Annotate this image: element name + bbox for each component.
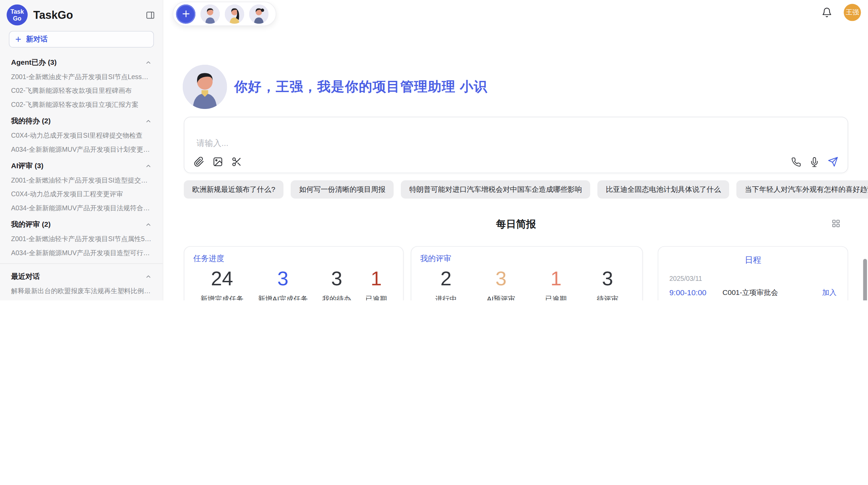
logo-text-1: Task <box>10 8 24 15</box>
stat-card-title: 我的评审 <box>420 254 634 264</box>
stat-value: 2 <box>435 266 457 291</box>
logo-text-2: Go <box>13 15 22 22</box>
stat-value: 1 <box>545 266 567 291</box>
stat-cell: 3我的待办 <box>322 266 351 300</box>
add-agent-button[interactable] <box>176 4 196 24</box>
stat-cell: 2进行中 <box>435 266 457 300</box>
scissors-icon[interactable] <box>231 157 242 167</box>
sidebar-task-item[interactable]: A034-全新新能源MUV产品开发项目造型可行性评审 <box>0 246 163 260</box>
chat-input[interactable] <box>195 137 696 155</box>
event-time: 9:00-10:00 <box>670 288 723 297</box>
sidebar-section-header-3[interactable]: 我的评审 (2) <box>0 215 163 232</box>
image-icon[interactable] <box>213 157 223 167</box>
attachment-icon[interactable] <box>194 157 204 167</box>
stat-value: 3 <box>597 266 618 291</box>
chevron-up-icon <box>145 118 152 124</box>
left-column: 任务进度24新增完成任务3新增AI完成任务3我的待办1已逾期我的评审2进行中3A… <box>184 246 643 300</box>
stat-value: 1 <box>365 266 387 291</box>
hero: 你好，王强，我是你的项目管理助理 小识 <box>183 65 487 109</box>
suggestion-chip[interactable]: 如何写一份清晰的项目周报 <box>291 180 394 198</box>
sidebar-task-item[interactable]: C0X4-动力总成开发项目工程变更评审 <box>0 187 163 201</box>
stat-label: 已逾期 <box>545 294 567 300</box>
sidebar-task-item[interactable]: A034-全新新能源MUV产品开发项目计划变更表编写 <box>0 143 163 157</box>
section-title: 我的评审 (2) <box>11 220 50 229</box>
schedule-card: 日程 2025/03/119:00-10:00C001-立项审批会加入2025/… <box>658 246 848 300</box>
input-toolbar-left <box>194 157 242 167</box>
sidebar-section-header-0[interactable]: Agent已办 (3) <box>0 53 163 70</box>
microphone-icon[interactable] <box>809 157 819 167</box>
stat-value: 24 <box>201 266 244 291</box>
sidebar-recent-item[interactable]: C02-飞腾新能源轻客改款项目的闭环通告反馈情况 <box>0 298 163 300</box>
stat-value: 3 <box>487 266 515 291</box>
stat-card: 任务进度24新增完成任务3新增AI完成任务3我的待办1已逾期 <box>184 246 403 300</box>
agent-switcher <box>173 2 276 26</box>
stat-label: 我的待办 <box>322 294 351 300</box>
stats-row: 任务进度24新增完成任务3新增AI完成任务3我的待办1已逾期我的评审2进行中3A… <box>184 246 643 300</box>
collapse-sidebar-icon[interactable] <box>146 10 155 20</box>
sidebar-header: Task Go TaskGo <box>0 0 163 28</box>
section-title: 最近对话 <box>11 272 40 282</box>
input-toolbar-right <box>791 157 838 167</box>
event-name: C001-立项审批会 <box>723 288 822 298</box>
stat-card-title: 任务进度 <box>193 254 394 264</box>
join-event-link[interactable]: 加入 <box>822 288 836 298</box>
stat-cell: 3新增AI完成任务 <box>258 266 308 300</box>
briefing-header: 每日简报 <box>184 217 848 231</box>
sidebar-section-header-recent[interactable]: 最近对话 <box>0 267 163 284</box>
schedule-event: 2025/03/119:00-10:00C001-立项审批会加入 <box>670 270 837 300</box>
section-title: AI评审 (3) <box>11 161 43 171</box>
chevron-up-icon <box>145 59 152 66</box>
stat-cells: 2进行中3AI预评审1已逾期3待评审 <box>420 266 634 300</box>
app-window: Task Go TaskGo 新对话 Agent已办 (3)Z001-全新燃油皮… <box>0 0 868 300</box>
sidebar-task-item[interactable]: Z001-全新燃油轻卡产品开发项目SI造型提交物评审 <box>0 174 163 187</box>
stat-cell: 3AI预评审 <box>487 266 515 300</box>
stat-cells: 24新增完成任务3新增AI完成任务3我的待办1已逾期 <box>193 266 394 300</box>
sidebar-recent-item[interactable]: 解释最新出台的欧盟报废车法规再生塑料比例被调到15%... <box>0 284 163 298</box>
sidebar-task-item[interactable]: Z001-全新燃油皮卡产品开发项目SI节点Lesson Learn报告 <box>0 70 163 84</box>
stat-label: 待评审 <box>597 294 618 300</box>
right-column: 日程 2025/03/119:00-10:00C001-立项审批会加入2025/… <box>658 246 848 300</box>
suggestion-chip[interactable]: 欧洲新规最近颁布了什么? <box>184 180 284 198</box>
chevron-up-icon <box>145 163 152 169</box>
stat-cell: 24新增完成任务 <box>201 266 244 300</box>
sidebar-task-item[interactable]: A034-全新新能源MUV产品开发项目法规符合性评审 <box>0 201 163 215</box>
sidebar-task-item[interactable]: Z001-全新燃油轻卡产品开发项目SI节点属性5D文件评审 <box>0 232 163 246</box>
suggestion-chip[interactable]: 特朗普可能对进口汽车增税会对中国车企造成哪些影响 <box>401 180 590 198</box>
agent-avatar-3[interactable] <box>249 4 269 24</box>
briefing-title: 每日简报 <box>184 217 848 231</box>
notification-bell-icon[interactable] <box>822 7 832 18</box>
new-chat-button[interactable]: 新对话 <box>9 31 154 47</box>
stat-label: 新增AI完成任务 <box>258 294 308 300</box>
sidebar-section-header-1[interactable]: 我的待办 (2) <box>0 112 163 129</box>
agent-avatar-2[interactable] <box>225 4 244 24</box>
section-title: Agent已办 (3) <box>11 58 57 67</box>
stat-label: 新增完成任务 <box>201 294 244 300</box>
sidebar: Task Go TaskGo 新对话 Agent已办 (3)Z001-全新燃油皮… <box>0 0 163 300</box>
sidebar-task-item[interactable]: C0X4-动力总成开发项目SI里程碑提交物检查 <box>0 129 163 142</box>
user-avatar[interactable]: 王强 <box>844 4 861 21</box>
suggestion-chip[interactable]: 比亚迪全固态电池计划具体说了什么 <box>598 180 729 198</box>
vertical-scrollbar[interactable] <box>863 259 867 300</box>
chat-input-card <box>184 117 848 173</box>
event-row: 9:00-10:00C001-立项审批会加入 <box>670 288 837 298</box>
sidebar-task-item[interactable]: C02-飞腾新能源轻客改款项目里程碑画布 <box>0 84 163 98</box>
sidebar-task-item[interactable]: C02-飞腾新能源轻客改款项目立项汇报方案 <box>0 98 163 112</box>
sidebar-section-header-2[interactable]: AI评审 (3) <box>0 157 163 174</box>
agent-avatar-1[interactable] <box>201 4 220 24</box>
event-date: 2025/03/11 <box>670 275 837 283</box>
suggestion-chips: 欧洲新规最近颁布了什么?如何写一份清晰的项目周报特朗普可能对进口汽车增税会对中国… <box>184 180 851 198</box>
divider <box>0 263 163 264</box>
grid-layout-icon[interactable] <box>832 219 841 230</box>
plus-icon <box>15 36 22 42</box>
stat-label: 已逾期 <box>365 294 387 300</box>
stat-label: 进行中 <box>435 294 457 300</box>
send-icon[interactable] <box>828 157 838 167</box>
phone-icon[interactable] <box>791 157 801 167</box>
sidebar-body: Agent已办 (3)Z001-全新燃油皮卡产品开发项目SI节点Lesson L… <box>0 53 163 300</box>
schedule-list: 2025/03/119:00-10:00C001-立项审批会加入2025/03/… <box>670 270 837 300</box>
stat-card: 我的评审2进行中3AI预评审1已逾期3待评审 <box>411 246 643 300</box>
greeting-title: 你好，王强，我是你的项目管理助理 小识 <box>234 78 487 96</box>
chevron-up-icon <box>145 273 152 280</box>
stat-cell: 1已逾期 <box>365 266 387 300</box>
suggestion-chip[interactable]: 当下年轻人对汽车外观有怎样的喜好趋势 <box>736 180 868 198</box>
